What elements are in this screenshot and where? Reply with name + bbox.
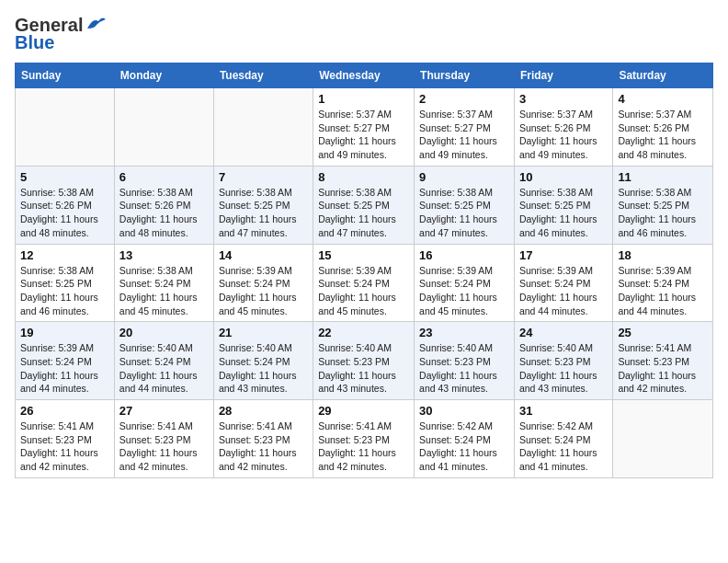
day-info: Sunrise: 5:42 AMSunset: 5:24 PMDaylight:… — [419, 419, 509, 474]
calendar-cell: 25Sunrise: 5:41 AMSunset: 5:23 PMDayligh… — [613, 322, 713, 400]
calendar-cell — [114, 88, 213, 167]
day-info: Sunrise: 5:37 AMSunset: 5:27 PMDaylight:… — [419, 108, 509, 162]
calendar-cell: 19Sunrise: 5:39 AMSunset: 5:24 PMDayligh… — [16, 322, 115, 400]
calendar-cell: 26Sunrise: 5:41 AMSunset: 5:23 PMDayligh… — [16, 400, 115, 478]
day-info: Sunrise: 5:41 AMSunset: 5:23 PMDaylight:… — [119, 419, 209, 474]
day-info: Sunrise: 5:38 AMSunset: 5:25 PMDaylight:… — [219, 186, 308, 240]
day-number: 18 — [618, 248, 708, 262]
day-info: Sunrise: 5:37 AMSunset: 5:26 PMDaylight:… — [618, 108, 708, 162]
calendar-cell: 3Sunrise: 5:37 AMSunset: 5:26 PMDaylight… — [514, 88, 612, 167]
day-number: 8 — [318, 170, 409, 184]
column-header-monday: Monday — [114, 63, 213, 88]
logo-blue-text: Blue — [15, 32, 54, 53]
day-number: 4 — [618, 92, 708, 106]
calendar-cell: 24Sunrise: 5:40 AMSunset: 5:23 PMDayligh… — [514, 322, 612, 400]
calendar-cell: 8Sunrise: 5:38 AMSunset: 5:25 PMDaylight… — [313, 166, 415, 244]
day-info: Sunrise: 5:38 AMSunset: 5:26 PMDaylight:… — [20, 186, 109, 240]
calendar-cell: 17Sunrise: 5:39 AMSunset: 5:24 PMDayligh… — [514, 244, 612, 322]
day-info: Sunrise: 5:38 AMSunset: 5:25 PMDaylight:… — [618, 186, 708, 240]
calendar-cell: 30Sunrise: 5:42 AMSunset: 5:24 PMDayligh… — [415, 400, 515, 478]
column-header-saturday: Saturday — [613, 63, 713, 88]
calendar-cell: 29Sunrise: 5:41 AMSunset: 5:23 PMDayligh… — [313, 400, 415, 478]
day-number: 31 — [519, 404, 608, 418]
day-number: 30 — [419, 404, 509, 418]
day-info: Sunrise: 5:38 AMSunset: 5:25 PMDaylight:… — [419, 186, 509, 240]
calendar-cell: 1Sunrise: 5:37 AMSunset: 5:27 PMDaylight… — [313, 88, 415, 167]
calendar-cell: 20Sunrise: 5:40 AMSunset: 5:24 PMDayligh… — [114, 322, 213, 400]
day-number: 27 — [119, 404, 209, 418]
day-number: 9 — [419, 170, 509, 184]
day-info: Sunrise: 5:41 AMSunset: 5:23 PMDaylight:… — [618, 341, 708, 396]
calendar-cell: 11Sunrise: 5:38 AMSunset: 5:25 PMDayligh… — [613, 166, 713, 244]
calendar-cell — [16, 88, 115, 167]
day-info: Sunrise: 5:38 AMSunset: 5:25 PMDaylight:… — [519, 186, 608, 240]
day-number: 19 — [20, 326, 109, 339]
calendar-header-row: SundayMondayTuesdayWednesdayThursdayFrid… — [16, 63, 713, 88]
day-number: 1 — [318, 92, 409, 106]
calendar-week-row: 12Sunrise: 5:38 AMSunset: 5:25 PMDayligh… — [16, 244, 713, 322]
day-number: 11 — [618, 170, 708, 184]
column-header-sunday: Sunday — [16, 63, 115, 88]
day-info: Sunrise: 5:39 AMSunset: 5:24 PMDaylight:… — [419, 264, 509, 318]
calendar-week-row: 26Sunrise: 5:41 AMSunset: 5:23 PMDayligh… — [16, 400, 713, 478]
calendar-cell — [213, 88, 313, 167]
day-number: 28 — [219, 404, 308, 418]
day-number: 29 — [318, 404, 409, 418]
day-number: 13 — [119, 248, 209, 262]
day-number: 2 — [419, 92, 509, 106]
calendar-cell: 6Sunrise: 5:38 AMSunset: 5:26 PMDaylight… — [114, 166, 213, 244]
calendar-week-row: 1Sunrise: 5:37 AMSunset: 5:27 PMDaylight… — [16, 88, 713, 167]
day-number: 17 — [519, 248, 608, 262]
day-number: 24 — [519, 326, 608, 339]
calendar-cell: 7Sunrise: 5:38 AMSunset: 5:25 PMDaylight… — [213, 166, 313, 244]
day-info: Sunrise: 5:40 AMSunset: 5:24 PMDaylight:… — [119, 341, 209, 396]
day-info: Sunrise: 5:40 AMSunset: 5:24 PMDaylight:… — [219, 341, 308, 396]
column-header-friday: Friday — [514, 63, 612, 88]
logo-bird-icon — [85, 16, 106, 32]
day-number: 5 — [20, 170, 109, 184]
calendar-cell: 21Sunrise: 5:40 AMSunset: 5:24 PMDayligh… — [213, 322, 313, 400]
day-number: 3 — [519, 92, 608, 106]
day-number: 14 — [219, 248, 308, 262]
calendar-week-row: 5Sunrise: 5:38 AMSunset: 5:26 PMDaylight… — [16, 166, 713, 244]
calendar-cell: 9Sunrise: 5:38 AMSunset: 5:25 PMDaylight… — [415, 166, 515, 244]
day-info: Sunrise: 5:37 AMSunset: 5:26 PMDaylight:… — [519, 108, 608, 162]
day-info: Sunrise: 5:41 AMSunset: 5:23 PMDaylight:… — [219, 419, 308, 474]
day-number: 16 — [419, 248, 509, 262]
calendar-cell: 18Sunrise: 5:39 AMSunset: 5:24 PMDayligh… — [613, 244, 713, 322]
day-number: 15 — [318, 248, 409, 262]
day-number: 10 — [519, 170, 608, 184]
day-info: Sunrise: 5:40 AMSunset: 5:23 PMDaylight:… — [519, 341, 608, 396]
day-number: 7 — [219, 170, 308, 184]
calendar-cell: 2Sunrise: 5:37 AMSunset: 5:27 PMDaylight… — [415, 88, 515, 167]
day-number: 23 — [419, 326, 509, 339]
day-info: Sunrise: 5:38 AMSunset: 5:24 PMDaylight:… — [119, 264, 209, 318]
day-info: Sunrise: 5:39 AMSunset: 5:24 PMDaylight:… — [20, 341, 109, 396]
day-info: Sunrise: 5:39 AMSunset: 5:24 PMDaylight:… — [318, 264, 409, 318]
day-info: Sunrise: 5:39 AMSunset: 5:24 PMDaylight:… — [219, 264, 308, 318]
calendar-cell: 4Sunrise: 5:37 AMSunset: 5:26 PMDaylight… — [613, 88, 713, 167]
column-header-tuesday: Tuesday — [213, 63, 313, 88]
calendar-cell: 28Sunrise: 5:41 AMSunset: 5:23 PMDayligh… — [213, 400, 313, 478]
day-info: Sunrise: 5:40 AMSunset: 5:23 PMDaylight:… — [419, 341, 509, 396]
calendar-cell: 31Sunrise: 5:42 AMSunset: 5:24 PMDayligh… — [514, 400, 612, 478]
calendar-table: SundayMondayTuesdayWednesdayThursdayFrid… — [15, 63, 713, 478]
day-number: 21 — [219, 326, 308, 339]
calendar-cell — [613, 400, 713, 478]
day-number: 26 — [20, 404, 109, 418]
column-header-thursday: Thursday — [415, 63, 515, 88]
day-info: Sunrise: 5:38 AMSunset: 5:26 PMDaylight:… — [119, 186, 209, 240]
day-info: Sunrise: 5:38 AMSunset: 5:25 PMDaylight:… — [20, 264, 109, 318]
day-number: 22 — [318, 326, 409, 339]
day-number: 20 — [119, 326, 209, 339]
calendar-cell: 14Sunrise: 5:39 AMSunset: 5:24 PMDayligh… — [213, 244, 313, 322]
calendar-cell: 5Sunrise: 5:38 AMSunset: 5:26 PMDaylight… — [16, 166, 115, 244]
page-header: General Blue — [15, 15, 713, 53]
day-info: Sunrise: 5:38 AMSunset: 5:25 PMDaylight:… — [318, 186, 409, 240]
day-info: Sunrise: 5:40 AMSunset: 5:23 PMDaylight:… — [318, 341, 409, 396]
day-number: 25 — [618, 326, 708, 339]
calendar-cell: 10Sunrise: 5:38 AMSunset: 5:25 PMDayligh… — [514, 166, 612, 244]
logo: General Blue — [15, 15, 106, 53]
calendar-cell: 23Sunrise: 5:40 AMSunset: 5:23 PMDayligh… — [415, 322, 515, 400]
day-info: Sunrise: 5:41 AMSunset: 5:23 PMDaylight:… — [318, 419, 409, 474]
